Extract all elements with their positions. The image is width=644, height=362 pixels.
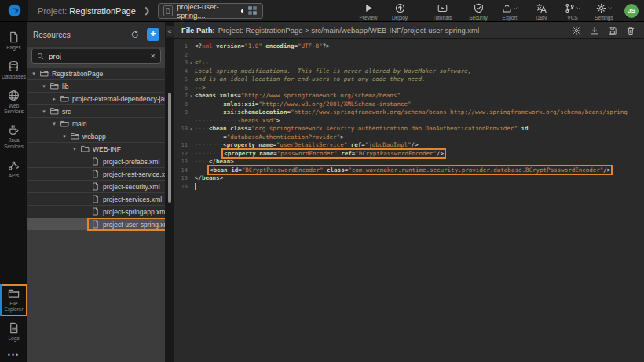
- download-file-button[interactable]: [590, 26, 599, 35]
- line-number: 1: [174, 42, 188, 51]
- tree-item[interactable]: project-security.xml: [27, 181, 165, 192]
- sidebar-item-web-services[interactable]: Web Services: [0, 86, 27, 119]
- tree-item[interactable]: ▾webapp: [27, 130, 165, 142]
- open-file-tab[interactable]: project-user-spring....: [158, 3, 263, 19]
- tree-item-label: project-security.xml: [103, 183, 160, 191]
- sidebar-item-java-services[interactable]: Java Services: [0, 121, 27, 154]
- sidebar-item-file-explorer[interactable]: File Explorer: [0, 284, 27, 317]
- tree-item[interactable]: project-services.xml: [27, 193, 165, 205]
- tree-item-content: project-prefabs.xml: [89, 156, 162, 166]
- code-line: 14····<bean id="BCryptPasswordEncoder" c…: [174, 166, 644, 175]
- tree-item[interactable]: ▾RegistrationPage: [27, 68, 165, 79]
- tree-item[interactable]: ▾src: [27, 105, 165, 117]
- code-line: 10▾····<bean class="org.springframework.…: [174, 125, 644, 133]
- sidebar-item-label: Logs: [1, 335, 27, 342]
- save-file-button[interactable]: [608, 26, 617, 35]
- tree-item-label: src: [62, 108, 71, 115]
- search-input[interactable]: [47, 51, 148, 61]
- sidebar-item-label: Pages: [1, 45, 27, 51]
- vcs-button[interactable]: VCS: [560, 1, 585, 20]
- action-label: Export: [503, 15, 518, 20]
- tree-item-content: lib: [48, 81, 71, 91]
- collapse-toggle-icon[interactable]: ▾: [60, 133, 68, 140]
- sidebar-item-logs[interactable]: Logs: [0, 319, 27, 346]
- more-options-icon[interactable]: •••: [8, 351, 20, 359]
- database-icon: [8, 60, 20, 72]
- line-number: 6: [174, 84, 188, 93]
- file-icon: [163, 5, 173, 16]
- line-number: 11: [174, 141, 188, 150]
- collapse-toggle-icon[interactable]: ▾: [40, 83, 48, 90]
- refresh-button[interactable]: [130, 30, 140, 39]
- folder-icon: [50, 107, 59, 115]
- collapse-toggle-icon[interactable]: ▾: [71, 146, 79, 152]
- export-button[interactable]: Export: [497, 1, 522, 20]
- folder-icon: [50, 82, 59, 90]
- line-number: 13: [174, 158, 188, 166]
- tree-item-content: src: [48, 106, 73, 116]
- settings-button[interactable]: Settings: [591, 1, 617, 20]
- fold-toggle-icon[interactable]: ▾: [188, 125, 195, 133]
- tree-item[interactable]: ▾lib: [27, 80, 165, 92]
- sidebar-item-label: Java Services: [1, 137, 27, 150]
- code-text: <?xml version="1.0" encoding="UTF-8"?>: [195, 42, 330, 51]
- collapse-toggle-icon[interactable]: ▾: [50, 121, 58, 127]
- collapse-panel-icon[interactable]: «: [166, 26, 174, 37]
- breadcrumb-chevron-icon[interactable]: ❯: [144, 6, 150, 15]
- editor-settings-button[interactable]: [572, 26, 581, 35]
- breadcrumb: Project: RegistrationPage: [38, 6, 136, 16]
- file-icon: [91, 220, 100, 229]
- sidebar-item-apis[interactable]: APIs: [0, 156, 27, 183]
- fold-toggle-icon[interactable]: ▾: [188, 92, 195, 101]
- tree-item-content: WEB-INF: [79, 144, 123, 154]
- preview-button[interactable]: Preview: [356, 1, 381, 20]
- fold-toggle-icon[interactable]: ▾: [188, 59, 195, 68]
- code-text: </beans>: [195, 174, 223, 183]
- collapse-toggle-icon[interactable]: ▾: [40, 108, 48, 115]
- tree-item[interactable]: ▸project-external-dependency-jars: [27, 93, 165, 104]
- code-text: -->: [195, 84, 206, 93]
- deploy-icon: [395, 3, 405, 13]
- tree-item-content: project-user-spring.xml: [89, 219, 173, 229]
- code-line: 3▾<!--: [174, 59, 644, 68]
- action-label: Security: [469, 15, 487, 20]
- add-resource-button[interactable]: +: [147, 28, 159, 41]
- project-label: Project:: [38, 6, 67, 16]
- clear-search-icon[interactable]: ×: [151, 52, 156, 60]
- tree-item[interactable]: project-user-spring.xml: [27, 218, 165, 230]
- code-text: ····</bean>: [195, 158, 234, 166]
- file-path-bar: File Path:Project: RegistrationPage > sr…: [174, 22, 644, 39]
- user-avatar[interactable]: JS: [624, 4, 639, 18]
- tree-scrollbar[interactable]: [168, 93, 171, 203]
- topbar-left-actions: PreviewDeployTutorials: [356, 1, 466, 20]
- security-button[interactable]: Security: [466, 1, 491, 20]
- code-text: [195, 183, 196, 192]
- file-path: File Path:Project: RegistrationPage > sr…: [181, 26, 572, 35]
- action-label: VCS: [567, 15, 577, 20]
- sidebar-item-databases[interactable]: Databases: [0, 57, 27, 84]
- shield-icon: [474, 3, 484, 13]
- tree-item[interactable]: ▾WEB-INF: [27, 143, 165, 155]
- code-editor[interactable]: 1<?xml version="1.0" encoding="UTF-8"?>2…: [174, 39, 644, 362]
- line-number: 5: [174, 75, 188, 84]
- resources-title: Resources: [33, 31, 130, 39]
- expand-toggle-icon[interactable]: ▸: [50, 96, 58, 102]
- code-line: 11········<property name="userDetailsSer…: [174, 141, 644, 150]
- tree-item[interactable]: project-prefabs.xml: [27, 155, 165, 167]
- code-text: ········xmlns:xsi="http://www.w3.org/200…: [195, 101, 411, 109]
- line-number: 16: [174, 183, 188, 192]
- tree-item[interactable]: project-rest-service.xml: [27, 168, 165, 180]
- tree-item-content: project-rest-service.xml: [89, 169, 174, 179]
- collapse-toggle-icon[interactable]: ▾: [30, 71, 38, 77]
- sidebar-item-pages[interactable]: Pages: [0, 28, 27, 55]
- grid-layout-icon[interactable]: [247, 5, 258, 16]
- tutorials-button[interactable]: Tutorials: [430, 1, 455, 20]
- code-line: ············-beans.xsd">: [174, 117, 644, 126]
- wavemaker-logo[interactable]: [0, 0, 28, 21]
- tree-item[interactable]: project-springapp.xml: [27, 206, 165, 218]
- deploy-button[interactable]: Deploy: [387, 1, 412, 20]
- tree-item[interactable]: ▾main: [27, 118, 165, 130]
- delete-file-button[interactable]: [626, 26, 635, 35]
- i18n-button[interactable]: I18N: [529, 1, 554, 20]
- code-line: 16: [174, 183, 644, 192]
